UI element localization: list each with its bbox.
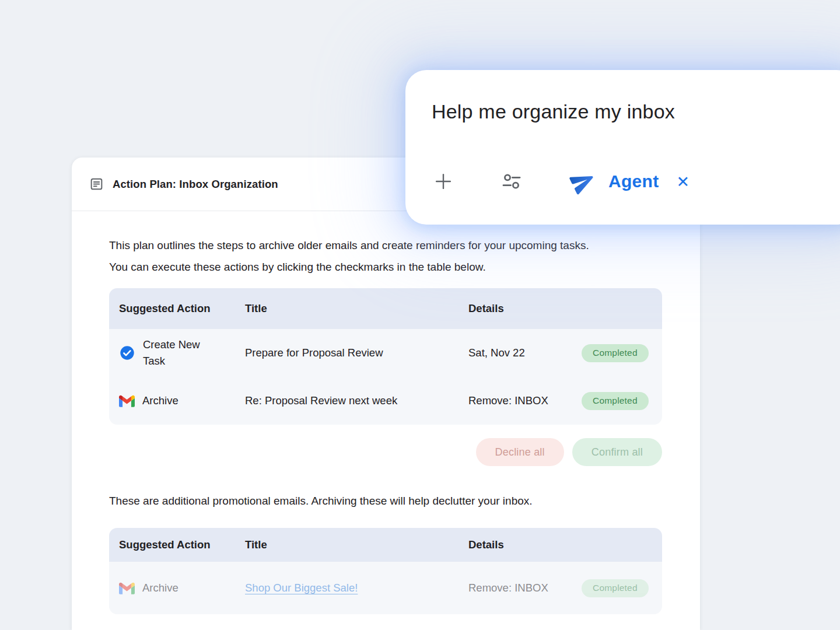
prompt-query-text[interactable]: Help me organize my inbox [432, 100, 675, 123]
row-title: Re: Proposal Review next week [245, 394, 468, 407]
plan-intro-line-2: You can execute these actions by clickin… [109, 261, 486, 273]
actions-table: Suggested Action Title Details [109, 288, 662, 425]
gmail-icon [119, 582, 135, 594]
table-row: Archive Re: Proposal Review next week Re… [109, 377, 662, 425]
row-details: Remove: INBOX [468, 394, 582, 407]
column-title: Title [245, 302, 468, 315]
promo-table-body: Archive Shop Our Biggest Sale! Remove: I… [109, 562, 662, 614]
column-title: Title [245, 538, 468, 551]
table-row: Create New Task Prepare for Proposal Rev… [109, 329, 662, 377]
prompt-card: Help me organize my inbox [405, 70, 840, 225]
status-badge: Completed [582, 579, 649, 597]
status-badge: Completed [582, 392, 649, 410]
action-label: Archive [142, 393, 178, 409]
action-cell: Create New Task [119, 337, 245, 369]
row-details: Remove: INBOX [468, 582, 582, 594]
column-details: Details [468, 538, 582, 551]
bulk-action-buttons: Decline all Confirm all [109, 438, 662, 466]
send-icon[interactable] [570, 168, 597, 195]
gmail-icon [119, 395, 135, 407]
desktop-background: Action Plan: Inbox Organization This pla… [0, 0, 840, 630]
promo-table: Suggested Action Title Details [109, 528, 662, 614]
tune-icon[interactable] [499, 169, 524, 194]
column-suggested-action: Suggested Action [119, 302, 245, 315]
email-title-link[interactable]: Shop Our Biggest Sale! [245, 582, 468, 594]
action-plan-card: Action Plan: Inbox Organization This pla… [72, 158, 700, 630]
promo-table-header: Suggested Action Title Details [109, 528, 662, 562]
plan-intro-line-1: This plan outlines the steps to archive … [109, 239, 589, 251]
action-cell: Archive [119, 393, 245, 409]
status-badge: Completed [582, 344, 649, 362]
table-row: Archive Shop Our Biggest Sale! Remove: I… [109, 562, 662, 614]
plan-intro: This plan outlines the steps to archive … [109, 235, 662, 278]
confirm-all-button[interactable]: Confirm all [572, 438, 662, 466]
row-details: Sat, Nov 22 [468, 346, 582, 359]
row-title: Prepare for Proposal Review [245, 346, 468, 359]
actions-table-header: Suggested Action Title Details [109, 288, 662, 329]
task-check-icon[interactable] [119, 345, 135, 361]
plus-icon[interactable] [432, 170, 455, 193]
action-label: Archive [142, 580, 178, 596]
column-details: Details [468, 302, 582, 315]
prompt-toolbar: Agent ✕ [432, 168, 690, 195]
agent-mode-label[interactable]: Agent [608, 172, 659, 191]
close-icon[interactable]: ✕ [677, 173, 690, 190]
promo-intro: These are additional promotional emails.… [109, 493, 662, 509]
plan-title: Action Plan: Inbox Organization [113, 178, 278, 191]
document-icon [89, 177, 104, 191]
column-suggested-action: Suggested Action [119, 538, 245, 551]
actions-table-body: Create New Task Prepare for Proposal Rev… [109, 329, 662, 425]
plan-card-body: This plan outlines the steps to archive … [72, 211, 700, 614]
action-cell: Archive [119, 580, 245, 596]
action-label: Create New Task [143, 337, 213, 369]
decline-all-button[interactable]: Decline all [476, 438, 564, 466]
